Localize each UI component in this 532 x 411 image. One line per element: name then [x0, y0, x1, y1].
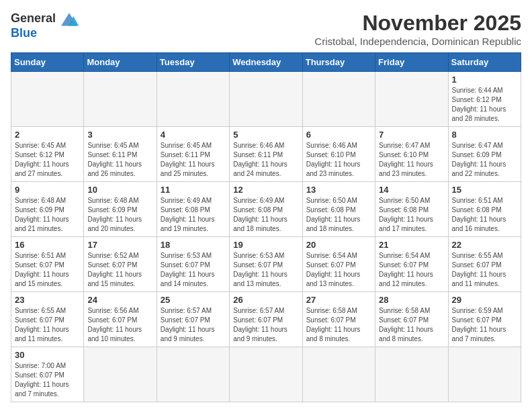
day-info: Sunrise: 6:57 AMSunset: 6:07 PMDaylight:…: [161, 306, 226, 344]
calendar-cell: 17Sunrise: 6:52 AMSunset: 6:07 PMDayligh…: [84, 237, 157, 292]
day-info: Sunrise: 7:00 AMSunset: 6:07 PMDaylight:…: [15, 361, 80, 399]
day-info: Sunrise: 6:47 AMSunset: 6:10 PMDaylight:…: [379, 141, 444, 179]
day-header-monday: Monday: [84, 53, 157, 72]
calendar-cell: 1Sunrise: 6:44 AMSunset: 6:12 PMDaylight…: [448, 72, 521, 127]
day-info: Sunrise: 6:46 AMSunset: 6:10 PMDaylight:…: [306, 141, 371, 179]
calendar-cell: [11, 72, 84, 127]
calendar-cell: [230, 72, 302, 127]
day-number: 2: [15, 130, 80, 140]
calendar-cell: 5Sunrise: 6:46 AMSunset: 6:11 PMDaylight…: [230, 127, 302, 182]
logo: General Blue: [11, 11, 91, 40]
day-number: 27: [306, 295, 371, 305]
day-info: Sunrise: 6:48 AMSunset: 6:09 PMDaylight:…: [15, 196, 80, 234]
calendar-cell: 28Sunrise: 6:58 AMSunset: 6:07 PMDayligh…: [375, 292, 448, 347]
calendar-cell: 13Sunrise: 6:50 AMSunset: 6:08 PMDayligh…: [302, 182, 375, 237]
day-number: 9: [15, 185, 80, 195]
calendar-cell: 12Sunrise: 6:49 AMSunset: 6:08 PMDayligh…: [230, 182, 302, 237]
day-info: Sunrise: 6:44 AMSunset: 6:12 PMDaylight:…: [452, 86, 517, 124]
logo-icon: [58, 11, 80, 27]
day-number: 28: [379, 295, 444, 305]
day-info: Sunrise: 6:55 AMSunset: 6:07 PMDaylight:…: [15, 306, 80, 344]
day-number: 22: [452, 240, 517, 250]
day-info: Sunrise: 6:46 AMSunset: 6:11 PMDaylight:…: [233, 141, 298, 179]
day-header-tuesday: Tuesday: [157, 53, 229, 72]
calendar-cell: 11Sunrise: 6:49 AMSunset: 6:08 PMDayligh…: [157, 182, 229, 237]
day-info: Sunrise: 6:54 AMSunset: 6:07 PMDaylight:…: [379, 251, 444, 289]
day-number: 20: [306, 240, 371, 250]
month-title: November 2025: [91, 11, 521, 36]
day-number: 19: [233, 240, 298, 250]
day-info: Sunrise: 6:59 AMSunset: 6:07 PMDaylight:…: [452, 306, 517, 344]
day-number: 16: [15, 240, 80, 250]
day-number: 7: [379, 130, 444, 140]
day-number: 21: [379, 240, 444, 250]
calendar-cell: 18Sunrise: 6:53 AMSunset: 6:07 PMDayligh…: [157, 237, 229, 292]
calendar-cell: 25Sunrise: 6:57 AMSunset: 6:07 PMDayligh…: [157, 292, 229, 347]
day-header-thursday: Thursday: [302, 53, 375, 72]
day-number: 5: [233, 130, 298, 140]
calendar-cell: 23Sunrise: 6:55 AMSunset: 6:07 PMDayligh…: [11, 292, 84, 347]
day-number: 10: [87, 185, 152, 195]
calendar-cell: [375, 72, 448, 127]
day-info: Sunrise: 6:49 AMSunset: 6:08 PMDaylight:…: [161, 196, 226, 234]
calendar-cell: 6Sunrise: 6:46 AMSunset: 6:10 PMDaylight…: [302, 127, 375, 182]
day-info: Sunrise: 6:51 AMSunset: 6:08 PMDaylight:…: [452, 196, 517, 234]
day-number: 25: [161, 295, 226, 305]
day-number: 15: [452, 185, 517, 195]
day-number: 24: [87, 295, 152, 305]
calendar-cell: 2Sunrise: 6:45 AMSunset: 6:12 PMDaylight…: [11, 127, 84, 182]
day-info: Sunrise: 6:53 AMSunset: 6:07 PMDaylight:…: [233, 251, 298, 289]
day-info: Sunrise: 6:55 AMSunset: 6:07 PMDaylight:…: [452, 251, 517, 289]
day-info: Sunrise: 6:54 AMSunset: 6:07 PMDaylight:…: [306, 251, 371, 289]
calendar-cell: 30Sunrise: 7:00 AMSunset: 6:07 PMDayligh…: [11, 347, 84, 402]
day-header-wednesday: Wednesday: [230, 53, 302, 72]
logo-general: General: [11, 12, 56, 26]
subtitle: Cristobal, Independencia, Dominican Repu…: [91, 36, 521, 47]
day-info: Sunrise: 6:47 AMSunset: 6:09 PMDaylight:…: [452, 141, 517, 179]
day-header-friday: Friday: [375, 53, 448, 72]
day-info: Sunrise: 6:52 AMSunset: 6:07 PMDaylight:…: [87, 251, 152, 289]
day-number: 3: [87, 130, 152, 140]
calendar-cell: 16Sunrise: 6:51 AMSunset: 6:07 PMDayligh…: [11, 237, 84, 292]
calendar-cell: 29Sunrise: 6:59 AMSunset: 6:07 PMDayligh…: [448, 292, 521, 347]
day-number: 13: [306, 185, 371, 195]
day-number: 1: [452, 75, 517, 85]
day-info: Sunrise: 6:49 AMSunset: 6:08 PMDaylight:…: [233, 196, 298, 234]
day-number: 4: [161, 130, 226, 140]
day-number: 8: [452, 130, 517, 140]
day-number: 18: [161, 240, 226, 250]
day-info: Sunrise: 6:50 AMSunset: 6:08 PMDaylight:…: [306, 196, 371, 234]
calendar-cell: [302, 347, 375, 402]
day-info: Sunrise: 6:57 AMSunset: 6:07 PMDaylight:…: [233, 306, 298, 344]
header: General Blue November 2025 Cristobal, In…: [11, 11, 521, 47]
day-number: 6: [306, 130, 371, 140]
calendar-cell: 4Sunrise: 6:45 AMSunset: 6:11 PMDaylight…: [157, 127, 229, 182]
calendar-cell: 10Sunrise: 6:48 AMSunset: 6:09 PMDayligh…: [84, 182, 157, 237]
calendar-cell: 9Sunrise: 6:48 AMSunset: 6:09 PMDaylight…: [11, 182, 84, 237]
calendar-cell: 24Sunrise: 6:56 AMSunset: 6:07 PMDayligh…: [84, 292, 157, 347]
day-info: Sunrise: 6:51 AMSunset: 6:07 PMDaylight:…: [15, 251, 80, 289]
calendar-cell: [230, 347, 302, 402]
calendar-cell: [84, 72, 157, 127]
calendar-cell: 14Sunrise: 6:50 AMSunset: 6:08 PMDayligh…: [375, 182, 448, 237]
day-number: 14: [379, 185, 444, 195]
day-info: Sunrise: 6:45 AMSunset: 6:11 PMDaylight:…: [87, 141, 152, 179]
calendar-cell: 19Sunrise: 6:53 AMSunset: 6:07 PMDayligh…: [230, 237, 302, 292]
day-info: Sunrise: 6:48 AMSunset: 6:09 PMDaylight:…: [87, 196, 152, 234]
day-header-saturday: Saturday: [448, 53, 521, 72]
title-area: November 2025 Cristobal, Independencia, …: [91, 11, 521, 47]
calendar-cell: [302, 72, 375, 127]
calendar-cell: 26Sunrise: 6:57 AMSunset: 6:07 PMDayligh…: [230, 292, 302, 347]
day-number: 12: [233, 185, 298, 195]
day-info: Sunrise: 6:58 AMSunset: 6:07 PMDaylight:…: [306, 306, 371, 344]
calendar-cell: [375, 347, 448, 402]
day-number: 23: [15, 295, 80, 305]
day-number: 29: [452, 295, 517, 305]
calendar-cell: 22Sunrise: 6:55 AMSunset: 6:07 PMDayligh…: [448, 237, 521, 292]
calendar: SundayMondayTuesdayWednesdayThursdayFrid…: [11, 52, 521, 402]
day-number: 30: [15, 350, 80, 360]
calendar-cell: [448, 347, 521, 402]
day-info: Sunrise: 6:53 AMSunset: 6:07 PMDaylight:…: [161, 251, 226, 289]
day-number: 11: [161, 185, 226, 195]
calendar-cell: [84, 347, 157, 402]
